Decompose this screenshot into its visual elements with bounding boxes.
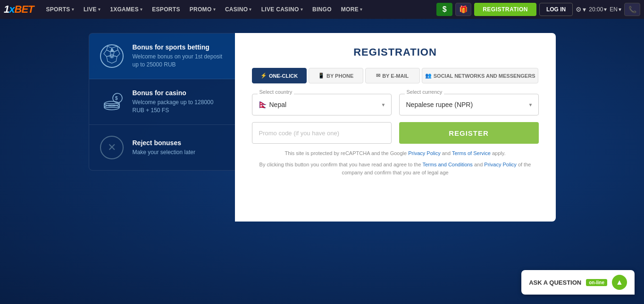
svg-marker-4	[113, 50, 120, 57]
gift-button[interactable]: 🎁	[455, 3, 471, 16]
currency-select-wrapper: Nepalese rupee (NPR) US Dollar (USD) Eur…	[399, 94, 539, 115]
lightning-icon: ⚡	[260, 73, 267, 79]
nav-live[interactable]: LIVE▾	[79, 0, 105, 19]
nav-casino[interactable]: CASINO▾	[220, 0, 257, 19]
ask-question-label: ASK A QUESTION	[529, 279, 581, 286]
svg-marker-5	[104, 50, 110, 57]
chevron-down-icon: ▾	[249, 7, 251, 12]
chevron-down-icon: ▾	[360, 7, 362, 12]
privacy-policy-link[interactable]: Privacy Policy	[408, 150, 440, 156]
bonus-sports-item[interactable]: Bonus for sports betting Welcome bonus o…	[89, 33, 235, 79]
nav-esports[interactable]: ESPORTS	[147, 0, 184, 19]
nepal-flag-icon: 🇳🇵	[258, 99, 268, 110]
phone-button[interactable]: 📞	[624, 3, 640, 16]
casino-bonus-icon: $	[99, 89, 125, 115]
bonus-panel: Bonus for sports betting Welcome bonus o…	[89, 33, 235, 171]
nav-1xgames[interactable]: 1XGAMES▾	[105, 0, 147, 19]
reject-bonuses-item[interactable]: ✕ Reject bonuses Make your selection lat…	[89, 125, 235, 170]
dollar-button[interactable]: $	[436, 3, 452, 16]
promo-register-row: REGISTER	[252, 122, 539, 144]
ask-question-widget[interactable]: ASK A QUESTION on-line ▲	[521, 270, 635, 295]
nav-promo[interactable]: PROMO▾	[185, 0, 220, 19]
settings-button[interactable]: ⚙▾	[576, 6, 586, 13]
phone-icon: 📱	[318, 73, 325, 79]
promo-code-input[interactable]	[252, 122, 392, 144]
email-icon: ✉	[376, 73, 380, 79]
chevron-down-icon: ▾	[619, 6, 621, 13]
currency-select[interactable]: Nepalese rupee (NPR) US Dollar (USD) Eur…	[399, 94, 539, 115]
online-badge: on-line	[586, 279, 607, 286]
tab-one-click[interactable]: ⚡ ONE-CLICK	[252, 68, 307, 83]
social-icon: 👥	[425, 73, 432, 79]
registration-panel: REGISTRATION ⚡ ONE-CLICK 📱 BY PHONE ✉ BY…	[235, 33, 556, 222]
currency-field: Select currency Nepalese rupee (NPR) US …	[399, 94, 539, 115]
nav-items: SPORTS▾ LIVE▾ 1XGAMES▾ ESPORTS PROMO▾ CA…	[42, 0, 437, 19]
tab-by-email[interactable]: ✉ BY E-MAIL	[365, 68, 420, 83]
casino-bonus-text: Bonus for casino Welcome package up to 1…	[133, 89, 226, 115]
sports-bonus-icon	[99, 43, 125, 69]
nav-sports[interactable]: SPORTS▾	[42, 0, 79, 19]
language-selector[interactable]: EN▾	[610, 6, 621, 13]
country-label: Select country	[258, 89, 294, 95]
svg-point-7	[109, 54, 114, 58]
terms-notice: By clicking this button you confirm that…	[252, 161, 539, 176]
tab-by-phone[interactable]: 📱 BY PHONE	[309, 68, 363, 83]
svg-text:$: $	[115, 96, 118, 101]
currency-label: Select currency	[405, 89, 444, 95]
scroll-top-button[interactable]: ▲	[612, 275, 627, 290]
registration-title: REGISTRATION	[252, 46, 539, 58]
sports-bonus-text: Bonus for sports betting Welcome bonus o…	[133, 43, 226, 69]
chevron-down-icon: ▾	[72, 7, 74, 12]
country-select-wrapper: 🇳🇵 Nepal	[252, 94, 392, 115]
chevron-down-icon: ▾	[583, 6, 586, 13]
chevron-down-icon: ▾	[140, 7, 142, 12]
nav-right: $ 🎁 REGISTRATION LOG IN ⚙▾ 20:00▾ EN▾ 📞	[436, 3, 640, 16]
terms-conditions-link[interactable]: Terms and Conditions	[422, 162, 472, 167]
registration-tabs: ⚡ ONE-CLICK 📱 BY PHONE ✉ BY E-MAIL 👥 SOC…	[252, 68, 539, 83]
bonus-casino-item[interactable]: $ Bonus for casino Welcome package up to…	[89, 79, 235, 125]
country-currency-row: Select country 🇳🇵 Nepal Select currency …	[252, 94, 539, 115]
navbar: 1xBET SPORTS▾ LIVE▾ 1XGAMES▾ ESPORTS PRO…	[0, 0, 644, 19]
tab-social[interactable]: 👥 SOCIAL NETWORKS AND MESSENGERS	[422, 68, 539, 83]
promo-code-field	[252, 122, 392, 144]
country-select[interactable]: Nepal	[252, 94, 392, 115]
main-content: Bonus for sports betting Welcome bonus o…	[0, 19, 644, 222]
register-button[interactable]: REGISTER	[399, 122, 539, 144]
chevron-down-icon: ▾	[301, 7, 303, 12]
reject-bonus-text: Reject bonuses Make your selection later	[133, 139, 195, 156]
chevron-down-icon: ▾	[213, 7, 216, 12]
reject-icon: ✕	[99, 134, 125, 161]
time-display[interactable]: 20:00▾	[589, 6, 607, 13]
nav-bingo[interactable]: BINGO	[308, 0, 336, 19]
privacy-policy2-link[interactable]: Privacy Policy	[484, 162, 516, 167]
logo[interactable]: 1xBET	[4, 3, 34, 16]
terms-of-service-link[interactable]: Terms of Service	[452, 150, 491, 156]
chevron-down-icon: ▾	[98, 7, 100, 12]
recaptcha-notice: This site is protected by reCAPTCHA and …	[252, 150, 539, 156]
register-button-group: REGISTER	[399, 122, 539, 144]
reject-circle-icon: ✕	[100, 136, 124, 159]
nav-live-casino[interactable]: LIVE CASINO▾	[257, 0, 308, 19]
chevron-down-icon: ▾	[604, 6, 607, 13]
country-field: Select country 🇳🇵 Nepal	[252, 94, 392, 115]
registration-button[interactable]: REGISTRATION	[474, 3, 536, 16]
login-button[interactable]: LOG IN	[539, 3, 573, 16]
nav-more[interactable]: MORE▾	[336, 0, 368, 19]
